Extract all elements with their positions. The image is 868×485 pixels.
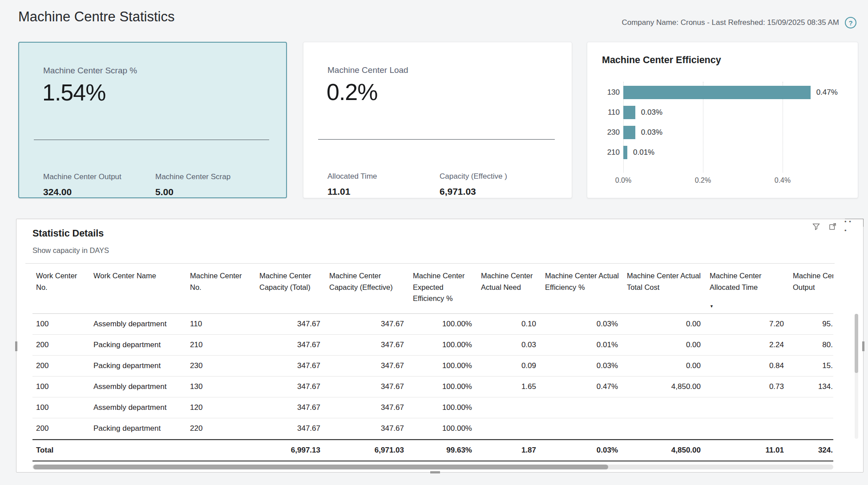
x-axis-tick-label: 0.2% — [690, 176, 716, 184]
column-header[interactable]: Work Center No. — [32, 270, 90, 293]
table-cell: 100.00% — [408, 341, 476, 349]
chart-title: Machine Center Efficiency — [602, 55, 721, 66]
efficiency-bar[interactable] — [623, 146, 627, 159]
table-row[interactable]: 200Packing department220347.67347.67100.… — [32, 418, 833, 439]
vertical-scrollbar[interactable] — [855, 314, 858, 439]
resize-handle-bottom[interactable] — [430, 471, 440, 473]
table-cell: 347.67 — [255, 403, 325, 412]
column-header[interactable]: Machine Center Actual Efficiency % — [541, 270, 622, 293]
table-cell: 347.67 — [255, 382, 325, 391]
divider — [34, 140, 269, 140]
resize-handle-right[interactable] — [862, 341, 864, 351]
chart-category-label: 210 — [602, 148, 620, 157]
load-kpi-value: 0.2% — [327, 79, 378, 105]
sort-descending-icon[interactable]: ▼ — [710, 304, 786, 310]
table-cell: 200 — [32, 361, 90, 370]
column-header[interactable]: Machine Center Capacity (Effective) — [325, 270, 408, 293]
column-header[interactable]: Machine Center Capacity (Total) — [255, 270, 325, 293]
chart-value-label: 0.03% — [641, 108, 662, 117]
table-cell: 15. — [788, 361, 833, 370]
chart-category-label: 110 — [602, 108, 620, 117]
filter-icon[interactable] — [811, 222, 820, 231]
column-header[interactable]: Machine Center Allocated Time▼ — [705, 270, 788, 310]
table-row[interactable]: 200Packing department210347.67347.67100.… — [32, 335, 833, 356]
table-cell: 200 — [32, 341, 90, 349]
load-kpi-label: Machine Center Load — [327, 65, 408, 75]
table-cell: Assembly department — [90, 320, 186, 329]
column-header-label: Machine Center Capacity (Effective) — [329, 272, 393, 291]
resize-handle-left[interactable] — [15, 341, 17, 351]
statistic-details-card[interactable]: • • • Statistic Details Show capacity in… — [16, 219, 864, 473]
more-options-icon[interactable]: • • • — [844, 222, 853, 231]
column-header[interactable]: Machine Center Expected Efficiency % — [408, 270, 476, 305]
table-row[interactable]: 100Assembly department130347.67347.67100… — [32, 377, 833, 397]
efficiency-chart-card[interactable]: Machine Center Efficiency 0.0%0.2%0.4%13… — [587, 42, 858, 198]
table-cell: 4,850.00 — [622, 446, 705, 455]
help-icon[interactable]: ? — [845, 17, 856, 28]
table-cell: 100.00% — [408, 424, 476, 433]
table-cell: 0.03% — [541, 320, 622, 329]
allocated-time-label: Allocated Time — [327, 172, 440, 181]
table-cell: 347.67 — [325, 382, 408, 391]
column-header[interactable]: Machine Center Actual Total Cost — [622, 270, 705, 293]
table-title: Statistic Details — [32, 228, 104, 239]
scrap-kpi-value: 1.54% — [42, 79, 105, 106]
column-header[interactable]: Machine Center Actual Need — [476, 270, 541, 293]
table-cell: Packing department — [90, 341, 186, 349]
vertical-scrollbar-thumb[interactable] — [855, 314, 858, 373]
table-cell: 0.73 — [705, 382, 788, 391]
chart-bar-row: 1300.47% — [602, 84, 838, 100]
column-header[interactable]: Machine Center No. — [186, 270, 255, 293]
column-header-label: Work Center Name — [93, 272, 156, 280]
chart-value-label: 0.47% — [816, 88, 838, 97]
company-refresh-text: Company Name: Cronus - Last Refreshed: 1… — [622, 18, 839, 27]
column-header-label: Machine Center No. — [190, 272, 242, 291]
table-cell: 130 — [186, 382, 255, 391]
column-header[interactable]: Machine Center Output — [788, 270, 833, 293]
efficiency-bar[interactable] — [623, 86, 811, 99]
table-cell: 100.00% — [408, 382, 476, 391]
table-cell: Packing department — [90, 424, 186, 433]
table-cell: 347.67 — [255, 320, 325, 329]
column-header-label: Machine Center Capacity (Total) — [259, 272, 311, 291]
table-cell: 0.84 — [705, 361, 788, 370]
scrap-kpi-label: Machine Center Scrap % — [43, 66, 137, 76]
horizontal-scrollbar-thumb[interactable] — [33, 465, 608, 469]
scrap-kpi-card[interactable]: Machine Center Scrap % 1.54% Machine Cen… — [18, 42, 287, 198]
table-cell: 220 — [186, 424, 255, 433]
column-header[interactable]: Work Center Name — [90, 270, 186, 282]
table-cell: 100 — [32, 320, 90, 329]
column-header-label: Machine Center Actual Total Cost — [627, 272, 701, 291]
table-cell: 0.03% — [541, 361, 622, 370]
table-cell: 0.01% — [541, 341, 622, 349]
table-cell: Total — [32, 446, 90, 455]
table-cell: 347.67 — [255, 361, 325, 370]
x-axis-tick-label: 0.0% — [610, 176, 637, 184]
column-header-label: Machine Center Allocated Time — [710, 272, 761, 291]
load-kpi-card[interactable]: Machine Center Load 0.2% Allocated Time … — [303, 42, 572, 198]
table-cell: 1.87 — [476, 446, 541, 455]
table-cell: 100 — [32, 403, 90, 412]
table-row[interactable]: 200Packing department230347.67347.67100.… — [32, 356, 833, 377]
table-cell: 110 — [186, 320, 255, 329]
table-cell: 0.10 — [476, 320, 541, 329]
table-cell: Packing department — [90, 361, 186, 370]
table-row[interactable]: 100Assembly department110347.67347.67100… — [32, 314, 833, 335]
table-cell: 347.67 — [325, 361, 408, 370]
table-cell: 7.20 — [705, 320, 788, 329]
table-cell: 347.67 — [325, 424, 408, 433]
efficiency-bar[interactable] — [623, 106, 635, 119]
table-cell: 324. — [788, 446, 833, 455]
divider — [25, 263, 835, 264]
machine-center-output-label: Machine Center Output — [43, 172, 155, 181]
table-row[interactable]: 100Assembly department120347.67347.67100… — [32, 397, 833, 418]
table-cell: 11.01 — [705, 446, 788, 455]
capacity-effective-label: Capacity (Effective ) — [440, 172, 552, 181]
efficiency-bar[interactable] — [623, 126, 635, 139]
column-header-label: Machine Center Actual Need — [481, 272, 533, 291]
x-axis-tick-label: 0.4% — [769, 176, 796, 184]
table-total-row: Total6,997.136,971.0399.63%1.870.03%4,85… — [32, 439, 833, 461]
focus-mode-icon[interactable] — [828, 222, 837, 231]
table-cell: Assembly department — [90, 382, 186, 391]
horizontal-scrollbar[interactable] — [32, 465, 833, 469]
